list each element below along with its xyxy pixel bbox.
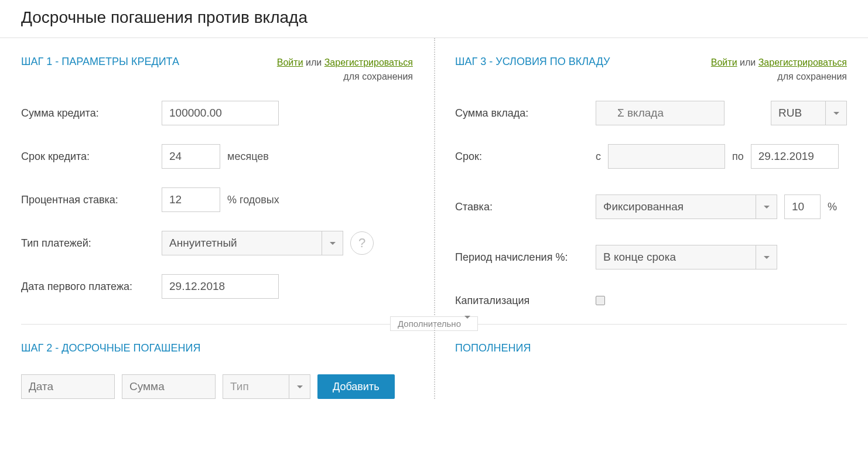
vertical-divider: [434, 38, 435, 324]
loan-rate-label: Процентная ставка:: [21, 194, 162, 206]
step1-column: ШАГ 1 - ПАРАМЕТРЫ КРЕДИТА Войти или Заре…: [0, 38, 434, 324]
early-type-select[interactable]: Тип: [223, 374, 310, 399]
vertical-divider-bottom: [434, 325, 435, 399]
chevron-down-icon: [756, 245, 777, 269]
loan-rate-unit: % годовых: [227, 194, 279, 206]
payment-type-row: Тип платежей: Аннуитетный ?: [21, 230, 413, 256]
rate-type-select[interactable]: Фиксированная: [596, 194, 777, 219]
payment-type-value: Аннуитетный: [169, 237, 237, 250]
login-link-right[interactable]: Войти: [711, 57, 737, 67]
payment-type-label: Тип платежей:: [21, 237, 162, 250]
main-columns: ШАГ 1 - ПАРАМЕТРЫ КРЕДИТА Войти или Заре…: [0, 38, 868, 324]
loan-term-row: Срок кредита: месяцев: [21, 144, 413, 169]
step3-title: ШАГ 3 - УСЛОВИЯ ПО ВКЛАДУ: [455, 56, 610, 68]
add-button[interactable]: Добавить: [317, 374, 395, 399]
deposit-amount-label: Сумма вклада:: [455, 107, 596, 120]
capitalization-label: Капитализация: [455, 295, 596, 307]
loan-amount-label: Сумма кредита:: [21, 107, 162, 120]
deposit-term-from-input[interactable]: [608, 144, 725, 169]
loan-term-input[interactable]: [162, 144, 220, 169]
deposit-rate-input[interactable]: [784, 194, 821, 219]
first-payment-label: Дата первого платежа:: [21, 281, 162, 293]
step2-column: ШАГ 2 - ДОСРОЧНЫЕ ПОГАШЕНИЯ Тип Добавить: [0, 325, 434, 399]
help-icon[interactable]: ?: [350, 231, 374, 255]
page-title: Досрочные погашения против вклада: [0, 0, 868, 37]
auth-note-right: для сохранения: [777, 71, 847, 81]
term-to-label: по: [732, 151, 744, 163]
loan-term-label: Срок кредита:: [21, 151, 162, 163]
register-link[interactable]: Зарегистрироваться: [324, 57, 413, 67]
refill-column: ПОПОЛНЕНИЯ: [434, 325, 868, 399]
capitalization-row: Капитализация: [455, 288, 847, 313]
auth-or: или: [306, 57, 322, 67]
loan-amount-input[interactable]: [162, 101, 279, 125]
early-sum-input[interactable]: [122, 374, 216, 399]
chevron-down-icon: [289, 375, 310, 398]
deposit-rate-unit: %: [828, 201, 837, 213]
auth-note: для сохранения: [343, 71, 413, 81]
loan-rate-input[interactable]: [162, 187, 220, 212]
deposit-rate-label: Ставка:: [455, 201, 596, 213]
capitalization-checkbox[interactable]: [596, 296, 605, 305]
auth-or-right: или: [740, 57, 756, 67]
chevron-down-icon: [825, 101, 846, 125]
deposit-amount-input[interactable]: [596, 101, 725, 125]
rate-type-value: Фиксированная: [603, 200, 684, 213]
refill-title: ПОПОЛНЕНИЯ: [455, 342, 847, 354]
deposit-amount-row: Сумма вклада: RUB: [455, 100, 847, 126]
register-link-right[interactable]: Зарегистрироваться: [758, 57, 847, 67]
payment-type-select[interactable]: Аннуитетный: [162, 231, 343, 255]
interest-period-value: В конце срока: [603, 251, 676, 264]
currency-select[interactable]: RUB: [771, 101, 847, 125]
deposit-term-label: Срок:: [455, 151, 596, 163]
step1-title: ШАГ 1 - ПАРАМЕТРЫ КРЕДИТА: [21, 56, 179, 68]
bottom-columns: ШАГ 2 - ДОСРОЧНЫЕ ПОГАШЕНИЯ Тип Добавить…: [0, 325, 868, 399]
loan-amount-row: Сумма кредита:: [21, 100, 413, 126]
deposit-rate-row: Ставка: Фиксированная %: [455, 194, 847, 220]
step1-header: ШАГ 1 - ПАРАМЕТРЫ КРЕДИТА Войти или Заре…: [21, 56, 413, 84]
loan-rate-row: Процентная ставка: % годовых: [21, 187, 413, 213]
first-payment-input[interactable]: [162, 274, 279, 299]
interest-period-label: Период начисления %:: [455, 251, 596, 264]
step3-column: ШАГ 3 - УСЛОВИЯ ПО ВКЛАДУ Войти или Заре…: [434, 38, 868, 324]
deposit-term-to-input[interactable]: [751, 144, 839, 169]
chevron-down-icon: [322, 231, 343, 255]
step3-header: ШАГ 3 - УСЛОВИЯ ПО ВКЛАДУ Войти или Заре…: [455, 56, 847, 84]
auth-block-right: Войти или Зарегистрироваться для сохране…: [711, 56, 847, 84]
first-payment-row: Дата первого платежа:: [21, 274, 413, 299]
term-from-label: с: [596, 151, 601, 163]
currency-value: RUB: [778, 107, 802, 120]
interest-period-select[interactable]: В конце срока: [596, 245, 777, 269]
interest-period-row: Период начисления %: В конце срока: [455, 244, 847, 270]
loan-term-unit: месяцев: [227, 151, 269, 163]
early-date-input[interactable]: [21, 374, 115, 399]
deposit-term-row: Срок: с по: [455, 144, 847, 169]
step2-title: ШАГ 2 - ДОСРОЧНЫЕ ПОГАШЕНИЯ: [21, 342, 413, 354]
early-type-placeholder: Тип: [230, 380, 249, 393]
auth-block-left: Войти или Зарегистрироваться для сохране…: [277, 56, 413, 84]
early-payment-inputs: Тип Добавить: [21, 374, 413, 399]
login-link[interactable]: Войти: [277, 57, 303, 67]
chevron-down-icon: [756, 195, 777, 219]
